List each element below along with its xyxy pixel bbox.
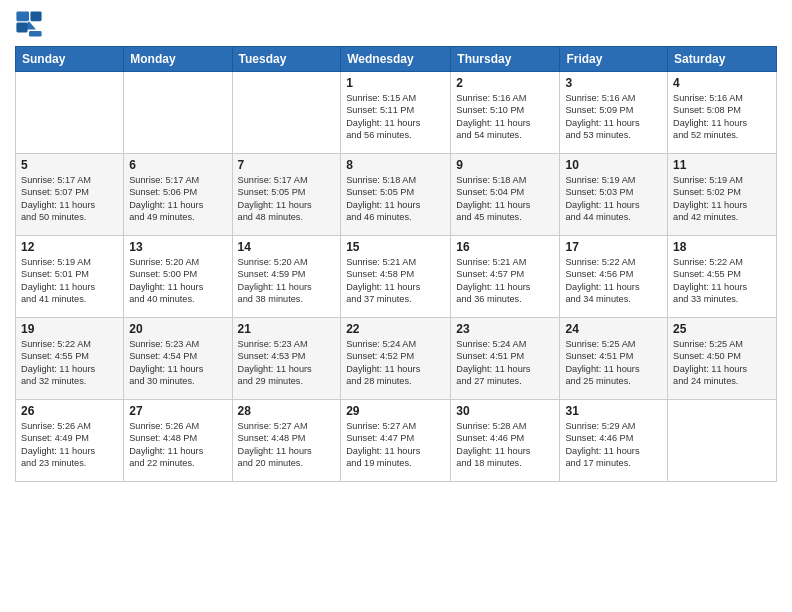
calendar-cell: 24Sunrise: 5:25 AM Sunset: 4:51 PM Dayli… [560,318,668,400]
calendar-cell: 17Sunrise: 5:22 AM Sunset: 4:56 PM Dayli… [560,236,668,318]
day-info: Sunrise: 5:26 AM Sunset: 4:49 PM Dayligh… [21,420,118,470]
calendar-cell: 30Sunrise: 5:28 AM Sunset: 4:46 PM Dayli… [451,400,560,482]
day-number: 6 [129,158,226,172]
day-info: Sunrise: 5:16 AM Sunset: 5:10 PM Dayligh… [456,92,554,142]
calendar-cell: 5Sunrise: 5:17 AM Sunset: 5:07 PM Daylig… [16,154,124,236]
calendar-header-sunday: Sunday [16,47,124,72]
day-info: Sunrise: 5:24 AM Sunset: 4:52 PM Dayligh… [346,338,445,388]
header [15,10,777,38]
day-number: 5 [21,158,118,172]
calendar-week-row: 26Sunrise: 5:26 AM Sunset: 4:49 PM Dayli… [16,400,777,482]
day-number: 13 [129,240,226,254]
day-number: 20 [129,322,226,336]
calendar-cell: 13Sunrise: 5:20 AM Sunset: 5:00 PM Dayli… [124,236,232,318]
day-info: Sunrise: 5:24 AM Sunset: 4:51 PM Dayligh… [456,338,554,388]
calendar-cell [668,400,777,482]
day-info: Sunrise: 5:18 AM Sunset: 5:04 PM Dayligh… [456,174,554,224]
day-info: Sunrise: 5:17 AM Sunset: 5:06 PM Dayligh… [129,174,226,224]
day-info: Sunrise: 5:15 AM Sunset: 5:11 PM Dayligh… [346,92,445,142]
day-info: Sunrise: 5:20 AM Sunset: 5:00 PM Dayligh… [129,256,226,306]
logo [15,10,47,38]
day-number: 15 [346,240,445,254]
day-info: Sunrise: 5:19 AM Sunset: 5:03 PM Dayligh… [565,174,662,224]
day-info: Sunrise: 5:21 AM Sunset: 4:58 PM Dayligh… [346,256,445,306]
calendar-header-monday: Monday [124,47,232,72]
day-number: 2 [456,76,554,90]
day-info: Sunrise: 5:20 AM Sunset: 4:59 PM Dayligh… [238,256,336,306]
calendar-cell: 3Sunrise: 5:16 AM Sunset: 5:09 PM Daylig… [560,72,668,154]
svg-rect-0 [16,11,29,21]
calendar-cell: 10Sunrise: 5:19 AM Sunset: 5:03 PM Dayli… [560,154,668,236]
day-info: Sunrise: 5:22 AM Sunset: 4:56 PM Dayligh… [565,256,662,306]
day-number: 28 [238,404,336,418]
day-number: 8 [346,158,445,172]
day-info: Sunrise: 5:27 AM Sunset: 4:48 PM Dayligh… [238,420,336,470]
day-info: Sunrise: 5:19 AM Sunset: 5:02 PM Dayligh… [673,174,771,224]
day-info: Sunrise: 5:22 AM Sunset: 4:55 PM Dayligh… [673,256,771,306]
calendar-cell: 27Sunrise: 5:26 AM Sunset: 4:48 PM Dayli… [124,400,232,482]
calendar-cell: 1Sunrise: 5:15 AM Sunset: 5:11 PM Daylig… [341,72,451,154]
calendar-cell: 25Sunrise: 5:25 AM Sunset: 4:50 PM Dayli… [668,318,777,400]
day-number: 18 [673,240,771,254]
calendar-cell [16,72,124,154]
calendar-cell: 15Sunrise: 5:21 AM Sunset: 4:58 PM Dayli… [341,236,451,318]
calendar-cell: 18Sunrise: 5:22 AM Sunset: 4:55 PM Dayli… [668,236,777,318]
day-info: Sunrise: 5:18 AM Sunset: 5:05 PM Dayligh… [346,174,445,224]
day-number: 7 [238,158,336,172]
calendar-cell: 9Sunrise: 5:18 AM Sunset: 5:04 PM Daylig… [451,154,560,236]
day-number: 22 [346,322,445,336]
calendar-cell: 8Sunrise: 5:18 AM Sunset: 5:05 PM Daylig… [341,154,451,236]
calendar-cell: 29Sunrise: 5:27 AM Sunset: 4:47 PM Dayli… [341,400,451,482]
svg-rect-3 [29,31,42,37]
day-number: 31 [565,404,662,418]
calendar-header-friday: Friday [560,47,668,72]
day-number: 27 [129,404,226,418]
day-number: 16 [456,240,554,254]
day-number: 29 [346,404,445,418]
calendar-header-thursday: Thursday [451,47,560,72]
day-number: 11 [673,158,771,172]
calendar-cell: 22Sunrise: 5:24 AM Sunset: 4:52 PM Dayli… [341,318,451,400]
calendar-cell: 31Sunrise: 5:29 AM Sunset: 4:46 PM Dayli… [560,400,668,482]
calendar-cell: 19Sunrise: 5:22 AM Sunset: 4:55 PM Dayli… [16,318,124,400]
calendar-cell: 2Sunrise: 5:16 AM Sunset: 5:10 PM Daylig… [451,72,560,154]
day-number: 12 [21,240,118,254]
day-info: Sunrise: 5:16 AM Sunset: 5:08 PM Dayligh… [673,92,771,142]
calendar-cell: 6Sunrise: 5:17 AM Sunset: 5:06 PM Daylig… [124,154,232,236]
day-number: 25 [673,322,771,336]
calendar-week-row: 1Sunrise: 5:15 AM Sunset: 5:11 PM Daylig… [16,72,777,154]
logo-icon [15,10,43,38]
day-info: Sunrise: 5:17 AM Sunset: 5:07 PM Dayligh… [21,174,118,224]
calendar-cell: 7Sunrise: 5:17 AM Sunset: 5:05 PM Daylig… [232,154,341,236]
calendar-week-row: 19Sunrise: 5:22 AM Sunset: 4:55 PM Dayli… [16,318,777,400]
calendar-week-row: 12Sunrise: 5:19 AM Sunset: 5:01 PM Dayli… [16,236,777,318]
calendar-header-wednesday: Wednesday [341,47,451,72]
calendar-cell: 26Sunrise: 5:26 AM Sunset: 4:49 PM Dayli… [16,400,124,482]
day-info: Sunrise: 5:23 AM Sunset: 4:53 PM Dayligh… [238,338,336,388]
page: SundayMondayTuesdayWednesdayThursdayFrid… [0,0,792,612]
calendar-cell: 11Sunrise: 5:19 AM Sunset: 5:02 PM Dayli… [668,154,777,236]
day-number: 9 [456,158,554,172]
day-number: 21 [238,322,336,336]
calendar-cell: 21Sunrise: 5:23 AM Sunset: 4:53 PM Dayli… [232,318,341,400]
day-number: 10 [565,158,662,172]
calendar-cell [124,72,232,154]
svg-rect-1 [30,11,41,21]
day-number: 14 [238,240,336,254]
calendar-cell: 23Sunrise: 5:24 AM Sunset: 4:51 PM Dayli… [451,318,560,400]
day-info: Sunrise: 5:16 AM Sunset: 5:09 PM Dayligh… [565,92,662,142]
day-info: Sunrise: 5:17 AM Sunset: 5:05 PM Dayligh… [238,174,336,224]
day-info: Sunrise: 5:19 AM Sunset: 5:01 PM Dayligh… [21,256,118,306]
day-info: Sunrise: 5:22 AM Sunset: 4:55 PM Dayligh… [21,338,118,388]
day-info: Sunrise: 5:25 AM Sunset: 4:51 PM Dayligh… [565,338,662,388]
day-number: 3 [565,76,662,90]
svg-rect-2 [16,23,27,33]
day-number: 19 [21,322,118,336]
day-info: Sunrise: 5:28 AM Sunset: 4:46 PM Dayligh… [456,420,554,470]
day-info: Sunrise: 5:25 AM Sunset: 4:50 PM Dayligh… [673,338,771,388]
day-info: Sunrise: 5:27 AM Sunset: 4:47 PM Dayligh… [346,420,445,470]
calendar-header-row: SundayMondayTuesdayWednesdayThursdayFrid… [16,47,777,72]
day-info: Sunrise: 5:21 AM Sunset: 4:57 PM Dayligh… [456,256,554,306]
calendar-cell: 28Sunrise: 5:27 AM Sunset: 4:48 PM Dayli… [232,400,341,482]
calendar-cell: 20Sunrise: 5:23 AM Sunset: 4:54 PM Dayli… [124,318,232,400]
